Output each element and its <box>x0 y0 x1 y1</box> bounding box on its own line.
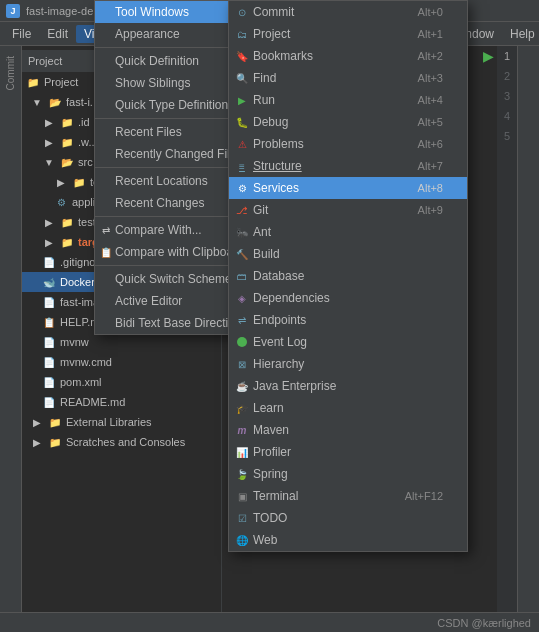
list-item[interactable]: ▶ 📁 test <box>22 212 221 232</box>
chevron-right-icon: ▶ <box>42 135 56 149</box>
folder-icon: 📁 <box>60 115 74 129</box>
list-item[interactable]: 📄 mvnw <box>22 332 221 352</box>
folder-open-icon: 📂 <box>60 155 74 169</box>
list-item[interactable]: ▶ 📁 target <box>22 232 221 252</box>
tree-item-label: HELP.md <box>60 316 106 328</box>
line-number-2: 2 <box>497 66 517 86</box>
list-item[interactable]: 📄 mvnw.cmd <box>22 352 221 372</box>
menu-file[interactable]: File <box>4 25 39 43</box>
list-item[interactable]: 📄 .gitignore <box>22 252 221 272</box>
tree-title: Project <box>28 55 62 67</box>
list-item[interactable]: ▶ 📁 templates <box>22 172 221 192</box>
chevron-right-icon: ▶ <box>54 175 68 189</box>
tree-item-label: fast-i... <box>66 96 99 108</box>
folder-icon: 📁 <box>48 415 62 429</box>
tree-item-label: .id <box>78 116 90 128</box>
tree-item-label: Dockerfile <box>60 276 109 288</box>
tree-item-label: target <box>78 236 109 248</box>
menu-git[interactable]: Git <box>412 25 443 43</box>
docker-icon: 🐋 <box>42 275 56 289</box>
tree-item-label: README.md <box>60 396 125 408</box>
menu-edit[interactable]: Edit <box>39 25 76 43</box>
run-button[interactable]: ▶ <box>483 48 494 64</box>
menu-window[interactable]: Window <box>443 25 502 43</box>
tree-item-label: Scratches and Consoles <box>66 436 185 448</box>
list-item[interactable]: ⚙ application.properties <box>22 192 221 212</box>
list-item[interactable]: ▶ 📁 External Libraries <box>22 412 221 432</box>
list-item[interactable]: 🐋 Dockerfile <box>22 272 221 292</box>
tree-header: Project <box>22 50 221 72</box>
menu-bar: File Edit View Navigate Code Refactor Bu… <box>0 22 539 46</box>
xml-icon: 📄 <box>42 375 56 389</box>
list-item[interactable]: 📁 Project <box>22 72 221 92</box>
chevron-right-icon: ▶ <box>42 215 56 229</box>
tree-item-label: Project <box>44 76 78 88</box>
title-bar: J fast-image-de... <box>0 0 539 22</box>
properties-icon: ⚙ <box>54 195 68 209</box>
line-number-4: 4 <box>497 106 517 126</box>
menu-view[interactable]: View <box>76 25 118 43</box>
chevron-down-icon: ▼ <box>42 155 56 169</box>
tree-item-label: External Libraries <box>66 416 152 428</box>
list-item[interactable]: 📄 README.md <box>22 392 221 412</box>
chevron-right-icon: ▶ <box>42 235 56 249</box>
file-icon: 📄 <box>42 355 56 369</box>
folder-icon: 📁 <box>60 215 74 229</box>
list-item[interactable]: ▶ 📁 .id <box>22 112 221 132</box>
chevron-down-icon: ▼ <box>30 95 44 109</box>
tree-item-label: templates <box>90 176 138 188</box>
file-icon: 📄 <box>42 395 56 409</box>
tree-item-label: pom.xml <box>60 376 102 388</box>
chevron-right-icon: ▶ <box>30 435 44 449</box>
folder-icon: 📁 <box>26 75 40 89</box>
line-number-5: 5 <box>497 126 517 146</box>
tree-item-label: mvnw <box>60 336 89 348</box>
content-area: 1 2 3 4 5 ▶ <box>222 46 517 612</box>
tree-item-label: src <box>78 156 93 168</box>
right-tab[interactable] <box>527 50 531 58</box>
app-icon: J <box>6 4 20 18</box>
folder-icon: 📁 <box>72 175 86 189</box>
list-item[interactable]: ▼ 📂 fast-i... <box>22 92 221 112</box>
list-item[interactable]: 📄 pom.xml <box>22 372 221 392</box>
status-text: CSDN @kærlighed <box>437 617 531 629</box>
menu-navigate[interactable]: Navigate <box>118 25 181 43</box>
list-item[interactable]: ▶ 📁 Scratches and Consoles <box>22 432 221 452</box>
chevron-right-icon: ▶ <box>42 115 56 129</box>
commit-tab[interactable]: Commit <box>3 50 18 96</box>
list-item[interactable]: ▼ 📂 src <box>22 152 221 172</box>
folder-open-icon: 📂 <box>48 95 62 109</box>
line-number-3: 3 <box>497 86 517 106</box>
tree-item-label: application.properties <box>72 196 177 208</box>
tree-item-label: test <box>78 216 96 228</box>
line-number-1: 1 <box>497 46 517 66</box>
file-icon: 📄 <box>42 295 56 309</box>
menu-run[interactable]: Run <box>330 25 368 43</box>
tree-item-label: .w... <box>78 136 98 148</box>
chevron-right-icon: ▶ <box>30 415 44 429</box>
tree-item-label: mvnw.cmd <box>60 356 112 368</box>
folder-icon: 📁 <box>60 135 74 149</box>
folder-icon: 📁 <box>60 235 74 249</box>
menu-help[interactable]: Help <box>502 25 539 43</box>
menu-tools[interactable]: Tools <box>368 25 412 43</box>
tree-item-label: .gitignore <box>60 256 105 268</box>
folder-icon: 📁 <box>48 435 62 449</box>
main-area: Commit Project 📁 Project ▼ 📂 fast-i... ▶… <box>0 46 539 612</box>
file-icon: 📄 <box>42 255 56 269</box>
list-item[interactable]: ▶ 📁 .w... <box>22 132 221 152</box>
file-icon: 📄 <box>42 335 56 349</box>
line-numbers: 1 2 3 4 5 <box>497 46 517 612</box>
tree-item-label: fast-image-deploy.iml <box>60 296 164 308</box>
menu-build[interactable]: Build <box>287 25 330 43</box>
file-icon: 📋 <box>42 315 56 329</box>
status-bar: CSDN @kærlighed <box>0 612 539 632</box>
right-sidebar <box>517 46 539 612</box>
list-item[interactable]: 📋 HELP.md <box>22 312 221 332</box>
commit-sidebar: Commit <box>0 46 22 612</box>
menu-refactor[interactable]: Refactor <box>226 25 287 43</box>
project-tree: Project 📁 Project ▼ 📂 fast-i... ▶ 📁 .id … <box>22 46 222 612</box>
title-text: fast-image-de... <box>26 5 102 17</box>
menu-code[interactable]: Code <box>181 25 226 43</box>
list-item[interactable]: 📄 fast-image-deploy.iml <box>22 292 221 312</box>
